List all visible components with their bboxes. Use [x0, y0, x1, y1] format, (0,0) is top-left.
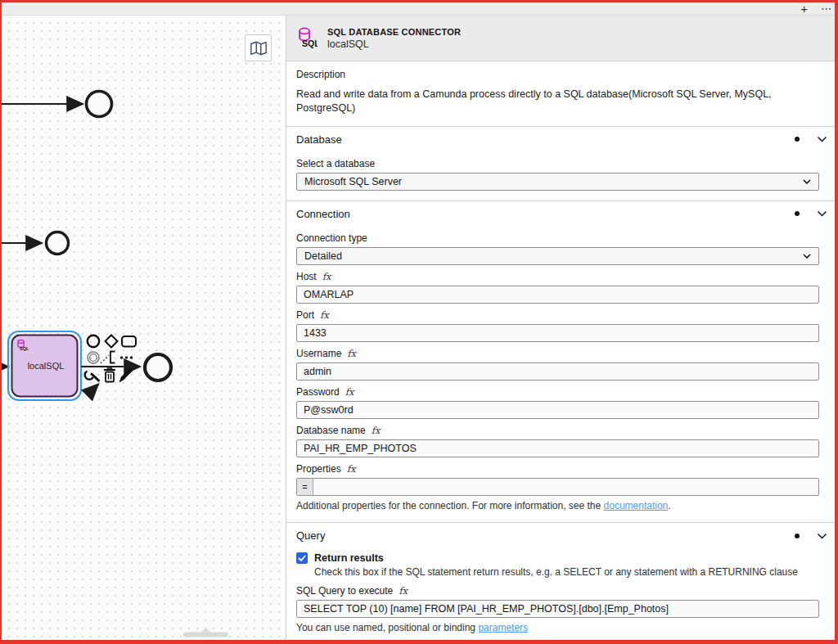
bpmn-canvas[interactable]: SQL localSQL — [2, 16, 286, 640]
sql-query-label: SQL Query to execute fx — [296, 585, 819, 597]
edited-dot-indicator — [795, 534, 800, 538]
section-title: Connection — [296, 208, 795, 220]
chevron-down-icon — [803, 254, 811, 259]
database-select[interactable]: Microsoft SQL Server — [296, 173, 819, 191]
connector-title: SQL DATABASE CONNECTOR — [327, 27, 461, 37]
port-input[interactable] — [297, 325, 818, 341]
connect-arrow-icon[interactable] — [88, 385, 98, 394]
overflow-menu-icon[interactable]: ⋯ — [821, 3, 831, 15]
section-connection: Connection Connection type Detailed — [286, 200, 835, 523]
section-query: Query Return r — [286, 522, 835, 640]
sql-task[interactable]: SQL localSQL — [12, 336, 78, 397]
chevron-down-icon[interactable] — [817, 210, 827, 217]
description-label: Description — [296, 69, 819, 80]
top-toolbar: + ⋯ — [2, 2, 835, 16]
edited-dot-indicator — [795, 211, 800, 216]
properties-input[interactable] — [313, 479, 818, 495]
sql-query-input[interactable] — [297, 601, 818, 617]
wrench-icon[interactable] — [85, 372, 99, 381]
element-name: localSQL — [327, 38, 461, 50]
chevron-down-icon[interactable] — [817, 136, 827, 142]
host-input[interactable] — [297, 286, 818, 303]
return-results-checkbox[interactable] — [296, 552, 308, 564]
username-input[interactable] — [297, 363, 818, 380]
feel-fx-icon[interactable]: fx — [320, 309, 329, 322]
port-label: Port fx — [296, 309, 819, 322]
event-circle[interactable] — [87, 92, 112, 117]
text-annotation-icon[interactable] — [101, 352, 115, 364]
section-database: Database Select a database Microsoft SQL… — [286, 126, 835, 200]
documentation-link[interactable]: documentation — [604, 500, 669, 511]
return-results-help: Check this box if the SQL statement retu… — [314, 566, 819, 579]
database-name-label: Database name fx — [296, 425, 819, 437]
edited-dot-indicator — [795, 137, 800, 142]
section-database-header[interactable]: Database — [286, 127, 835, 152]
feel-fx-icon[interactable]: fx — [322, 271, 331, 283]
username-label: Username fx — [296, 348, 819, 360]
minimap-icon — [248, 39, 269, 57]
connection-type-select[interactable]: Detailed — [296, 247, 819, 265]
sql-query-help: You can use named, positional or binding… — [296, 622, 819, 635]
section-query-header[interactable]: Query — [286, 523, 835, 548]
password-label: Password fx — [296, 386, 819, 399]
host-label: Host fx — [296, 271, 819, 283]
trash-icon[interactable] — [104, 368, 115, 382]
event-circle[interactable] — [47, 232, 69, 254]
more-options-icon[interactable] — [120, 356, 133, 358]
chevron-down-icon[interactable] — [817, 533, 827, 539]
parameters-link[interactable]: parameters — [478, 622, 528, 633]
return-results-label: Return results — [314, 552, 384, 564]
append-gateway-icon[interactable] — [106, 336, 118, 348]
app-window: + ⋯ — [0, 0, 838, 644]
panel-header: SQL SQL DATABASE CONNECTOR localSQL — [286, 16, 835, 61]
chevron-down-icon — [803, 179, 811, 184]
section-title: Database — [296, 133, 795, 146]
description-text: Read and write data from a Camunda proce… — [296, 88, 819, 115]
append-intermediate-event-icon[interactable] — [88, 352, 99, 363]
sql-connector-icon: SQL — [297, 26, 318, 51]
append-task-icon[interactable] — [122, 336, 136, 347]
panel-body: Description Read and write data from a C… — [286, 61, 835, 640]
feel-equals-prefix: = — [297, 479, 313, 495]
properties-label: Properties fx — [296, 463, 819, 475]
description-block: Description Read and write data from a C… — [286, 61, 835, 126]
feel-fx-icon[interactable]: fx — [399, 585, 408, 597]
bottom-panel-handle[interactable] — [183, 628, 228, 637]
properties-help: Additional properties for the connection… — [296, 500, 819, 513]
connection-type-label: Connection type — [296, 232, 819, 245]
check-icon — [298, 555, 306, 561]
task-label: localSQL — [28, 361, 65, 371]
properties-panel: SQL SQL DATABASE CONNECTOR localSQL Desc… — [286, 16, 835, 640]
minimap-toggle-button[interactable] — [245, 34, 272, 61]
end-event-circle[interactable] — [145, 354, 171, 381]
append-end-event-icon[interactable] — [88, 336, 99, 347]
database-name-input[interactable] — [297, 440, 818, 457]
select-database-label: Select a database — [296, 158, 819, 170]
add-icon[interactable]: + — [800, 3, 808, 15]
section-connection-header[interactable]: Connection — [286, 201, 835, 227]
color-brush-icon[interactable] — [119, 368, 133, 383]
feel-fx-icon[interactable]: fx — [347, 463, 356, 475]
password-input[interactable] — [297, 402, 818, 418]
feel-fx-icon[interactable]: fx — [345, 386, 354, 399]
feel-fx-icon[interactable]: fx — [347, 348, 356, 360]
section-title: Query — [296, 529, 795, 542]
svg-text:SQL: SQL — [20, 346, 29, 351]
svg-text:SQL: SQL — [302, 38, 318, 48]
feel-fx-icon[interactable]: fx — [372, 425, 381, 437]
properties-feel-input[interactable]: = — [296, 478, 819, 496]
